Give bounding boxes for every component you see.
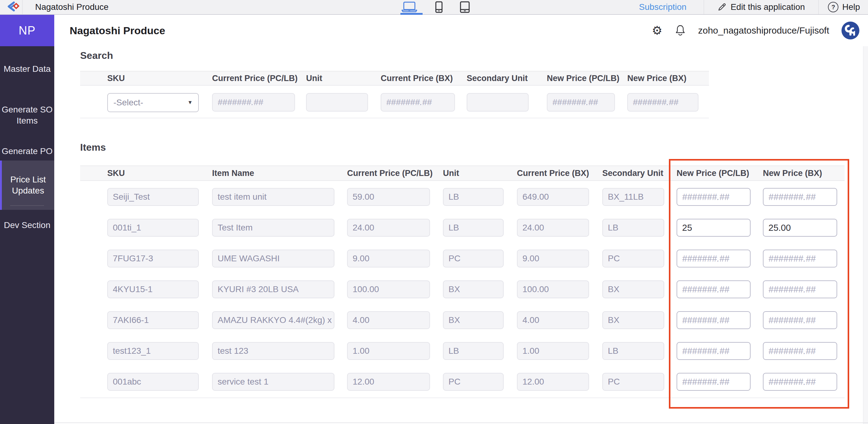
help-circle-icon: ? [828,2,838,12]
search-header-row: SKU Current Price (PC/LB) Unit Current P… [80,71,709,86]
items-col-new-price-bx: New Price (BX) [763,166,837,180]
sku-select-dropdown[interactable]: -Select- ▼ [107,93,199,112]
item-new-price-pclb-input[interactable] [677,219,750,237]
item-current-price-bx-field: 100.00 [517,281,589,298]
item-current-price-pclb-field: 12.00 [347,373,430,391]
items-col-current-price-pclb: Current Price (PC/LB) [347,166,430,180]
item-unit-field: LB [443,188,504,206]
sidebar-divider [10,205,44,206]
item-new-price-bx-input[interactable] [763,250,837,267]
items-col-secondary-unit: Secondary Unit [602,166,664,180]
item-new-price-pclb-input[interactable] [677,311,750,329]
search-col-secondary-unit: Secondary Unit [467,71,529,85]
item-new-price-bx-input[interactable] [763,281,837,298]
table-row: 7FUG17-3 UME WAGASHI 9.00 PC 9.00 PC [80,242,844,273]
help-button[interactable]: ? Help [819,2,868,12]
page-title: Nagatoshi Produce [70,15,165,46]
edit-application-button[interactable]: Edit this application [704,2,818,12]
item-sku-field: 7AKI66-1 [107,311,199,329]
item-current-price-pclb-field: 100.00 [347,281,430,298]
items-col-item-name: Item Name [212,166,335,180]
tablet-icon[interactable] [460,1,470,13]
item-unit-field: BX [443,281,504,298]
search-section-bottom-border [80,118,709,118]
app-window: Nagatoshi Produce [0,0,868,424]
item-unit-field: LB [443,342,504,360]
item-unit-field: BX [443,311,504,329]
user-avatar-logo[interactable] [841,22,859,39]
device-preview-switcher [401,0,470,14]
item-current-price-bx-field: 24.00 [517,219,589,237]
search-secondary-unit-field [467,93,529,111]
pencil-icon [718,3,726,11]
search-col-new-price-bx: New Price (BX) [627,71,699,85]
items-header-row: SKU Item Name Current Price (PC/LB) Unit… [80,165,844,181]
subscription-link[interactable]: Subscription [622,2,704,12]
item-current-price-bx-field: 1.00 [517,342,589,360]
help-label: Help [842,2,860,12]
item-sku-field: test123_1 [107,342,199,360]
gear-icon[interactable]: ⚙ [652,25,662,36]
item-secondary-unit-field: BX [602,281,664,298]
search-input-row: -Select- ▼ [80,93,844,111]
item-new-price-bx-input[interactable] [763,219,837,237]
item-new-price-bx-input[interactable] [763,373,837,391]
table-row: test123_1 test 123 1.00 LB 1.00 LB [80,334,844,365]
search-current-price-bx-field [381,93,455,111]
item-unit-field: LB [443,219,504,237]
search-col-new-price-pclb: New Price (PC/LB) [547,71,615,85]
table-row: Seiji_Test test item unit 59.00 LB 649.0… [80,180,844,211]
item-name-field: Test Item [212,219,335,237]
chevron-down-icon: ▼ [187,100,193,106]
item-current-price-pclb-field: 1.00 [347,342,430,360]
laptop-icon[interactable] [401,1,418,13]
items-col-unit: Unit [443,166,504,180]
item-secondary-unit-field: PC [602,373,664,391]
item-current-price-bx-field: 649.00 [517,188,589,206]
user-account-label: zoho_nagatoshiproduce/Fujisoft [698,25,829,36]
search-current-price-pclb-field [212,93,295,111]
search-section-title: Search [80,50,113,61]
sidebar-item-generate-so-items[interactable]: Generate SO Items [0,104,54,126]
sidebar-item-generate-po[interactable]: Generate PO [0,146,54,157]
phone-icon[interactable] [435,1,443,13]
topbar-app-name: Nagatoshi Produce [35,0,108,14]
content-bottom-border [54,422,868,423]
item-new-price-pclb-input[interactable] [677,373,750,391]
item-name-field: service test 1 [212,373,335,391]
search-col-unit: Unit [306,71,368,85]
item-new-price-pclb-input[interactable] [677,188,750,206]
item-new-price-pclb-input[interactable] [677,342,750,360]
topbar-actions: Subscription Edit this application ? Hel… [622,0,868,14]
item-new-price-bx-input[interactable] [763,311,837,329]
app-logo-block: NP [0,15,54,46]
header-actions: ⚙ zoho_nagatoshiproduce/Fujisoft [652,15,859,46]
bell-icon[interactable] [675,24,686,37]
item-current-price-pclb-field: 59.00 [347,188,430,206]
vertical-scrollbar[interactable] [863,46,868,424]
items-col-current-price-bx: Current Price (BX) [517,166,589,180]
search-col-current-price-pclb: Current Price (PC/LB) [212,71,295,85]
item-new-price-bx-input[interactable] [763,188,837,206]
sidebar-item-master-data[interactable]: Master Data [0,63,54,74]
item-new-price-bx-input[interactable] [763,342,837,360]
table-row: 001ti_1 Test Item 24.00 LB 24.00 LB [80,211,844,242]
item-name-field: test item unit [212,188,335,206]
item-name-field: AMAZU RAKKYO 4.4#(2kg) x 5 [212,311,335,329]
items-section-bottom-border [80,397,844,398]
item-secondary-unit-field: PC [602,250,664,267]
topbar-divider [22,0,23,14]
sidebar-item-price-list-updates[interactable]: Price List Updates [0,161,54,210]
item-new-price-pclb-input[interactable] [677,281,750,298]
sidebar-item-dev-section[interactable]: Dev Section [0,220,54,231]
item-sku-field: 7FUG17-3 [107,250,199,267]
item-new-price-pclb-input[interactable] [677,250,750,267]
item-unit-field: PC [443,250,504,267]
item-secondary-unit-field: BX_11LB [602,188,664,206]
items-col-sku: SKU [107,166,199,180]
items-section-title: Items [80,142,106,153]
zoho-creator-logo[interactable] [6,1,20,13]
sidebar: NP Master Data Generate SO Items Generat… [0,15,54,424]
item-current-price-bx-field: 12.00 [517,373,589,391]
item-current-price-pclb-field: 9.00 [347,250,430,267]
